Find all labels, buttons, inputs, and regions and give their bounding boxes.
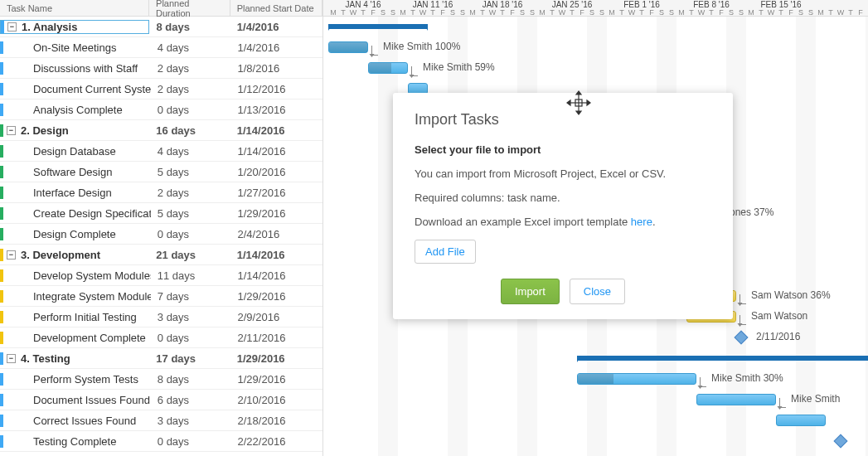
collapse-icon[interactable]: −	[7, 22, 17, 32]
start-date-cell[interactable]: 2/22/2016	[231, 435, 322, 448]
gantt-bar[interactable]	[368, 62, 408, 74]
duration-cell[interactable]: 0 days	[151, 104, 231, 116]
task-row[interactable]: Correct Issues Found3 days2/18/2016	[0, 410, 322, 431]
import-button[interactable]: Import	[501, 279, 560, 304]
start-date-cell[interactable]: 1/14/2016	[230, 249, 322, 261]
task-name-cell[interactable]: Development Complete	[0, 332, 151, 344]
column-header-start[interactable]: Planned Start Date	[230, 0, 322, 16]
milestone-diamond[interactable]	[834, 434, 848, 449]
column-header-duration[interactable]: Planned Duration	[149, 0, 230, 16]
task-row[interactable]: Develop System Modules11 days1/14/2016	[0, 265, 322, 286]
start-date-cell[interactable]: 2/10/2016	[231, 394, 322, 406]
task-name-cell[interactable]: Discussions with Staff	[0, 62, 151, 75]
duration-cell[interactable]: 5 days	[151, 166, 231, 178]
close-button[interactable]: Close	[570, 279, 625, 304]
task-name-cell[interactable]: Analysis Complete	[0, 104, 151, 116]
duration-cell[interactable]: 0 days	[151, 435, 231, 448]
start-date-cell[interactable]: 1/14/2016	[231, 269, 322, 282]
task-row[interactable]: Development Complete0 days2/11/2016	[0, 327, 322, 348]
task-name-cell[interactable]: Interface Design	[0, 187, 151, 199]
task-row[interactable]: Perform System Tests8 days1/29/2016	[0, 369, 322, 390]
gantt-bar[interactable]	[776, 415, 826, 426]
task-row[interactable]: Analysis Complete0 days1/13/2016	[0, 99, 322, 120]
start-date-cell[interactable]: 2/4/2016	[231, 228, 322, 240]
duration-cell[interactable]: 0 days	[151, 228, 231, 240]
task-name-cell[interactable]: −4. Testing	[0, 352, 149, 365]
start-date-cell[interactable]: 1/29/2016	[230, 352, 322, 365]
task-row[interactable]: Perform Initial Testing3 days2/9/2016	[0, 307, 322, 327]
task-row[interactable]: −1. Analysis8 days1/4/2016	[0, 17, 322, 37]
task-row[interactable]: Document Issues Found6 days2/10/2016	[0, 390, 322, 410]
duration-cell[interactable]: 21 days	[149, 249, 230, 261]
task-name-cell[interactable]: Software Design	[0, 166, 151, 178]
task-name-cell[interactable]: −3. Development	[0, 249, 149, 261]
add-file-button[interactable]: Add File	[415, 240, 476, 264]
summary-bar[interactable]	[328, 24, 428, 29]
task-row[interactable]: −2. Design16 days1/14/2016	[0, 120, 322, 141]
task-name-cell[interactable]: Testing Complete	[0, 435, 151, 448]
start-date-cell[interactable]: 2/11/2016	[231, 332, 322, 344]
start-date-cell[interactable]: 1/14/2016	[231, 145, 322, 158]
task-name-cell[interactable]: Create Design Specification	[0, 207, 151, 220]
summary-bar[interactable]	[577, 356, 868, 361]
collapse-icon[interactable]: −	[7, 126, 16, 135]
collapse-icon[interactable]: −	[7, 250, 16, 260]
duration-cell[interactable]: 16 days	[149, 124, 230, 137]
start-date-cell[interactable]: 1/27/2016	[231, 187, 322, 199]
duration-cell[interactable]: 6 days	[151, 394, 231, 406]
start-date-cell[interactable]: 1/4/2016	[231, 41, 322, 54]
start-date-cell[interactable]: 1/13/2016	[231, 104, 322, 116]
duration-cell[interactable]: 4 days	[151, 41, 231, 54]
start-date-cell[interactable]: 1/12/2016	[231, 83, 322, 95]
column-header-name[interactable]: Task Name	[0, 0, 149, 16]
task-name-cell[interactable]: Develop System Modules	[0, 269, 151, 282]
start-date-cell[interactable]: 2/18/2016	[231, 415, 322, 427]
task-name-cell[interactable]: Correct Issues Found	[0, 415, 151, 427]
task-name-cell[interactable]: Integrate System Modules	[0, 290, 151, 303]
task-row[interactable]: Testing Complete0 days2/22/2016	[0, 431, 322, 452]
duration-cell[interactable]: 3 days	[151, 415, 231, 427]
duration-cell[interactable]: 7 days	[151, 290, 231, 303]
task-row[interactable]: Discussions with Staff2 days1/8/2016	[0, 58, 322, 79]
task-row[interactable]: Interface Design2 days1/27/2016	[0, 182, 322, 203]
start-date-cell[interactable]: 1/29/2016	[231, 373, 322, 386]
task-row[interactable]: Software Design5 days1/20/2016	[0, 162, 322, 182]
task-row[interactable]: On-Site Meetings4 days1/4/2016	[0, 37, 322, 58]
duration-cell[interactable]: 4 days	[151, 145, 231, 158]
task-row[interactable]: Document Current Systems2 days1/12/2016	[0, 79, 322, 99]
duration-cell[interactable]: 2 days	[151, 187, 231, 199]
task-name-cell[interactable]: −1. Analysis	[0, 20, 149, 34]
task-name-cell[interactable]: Design Complete	[0, 228, 151, 240]
task-row[interactable]: −3. Development21 days1/14/2016	[0, 245, 322, 265]
start-date-cell[interactable]: 1/8/2016	[231, 62, 322, 75]
task-row[interactable]: −4. Testing17 days1/29/2016	[0, 348, 322, 369]
duration-cell[interactable]: 0 days	[151, 332, 231, 344]
task-name-cell[interactable]: Perform System Tests	[0, 373, 151, 386]
task-row[interactable]: Design Database4 days1/14/2016	[0, 141, 322, 162]
duration-cell[interactable]: 8 days	[151, 373, 231, 386]
task-row[interactable]: Integrate System Modules7 days1/29/2016	[0, 286, 322, 307]
duration-cell[interactable]: 5 days	[151, 207, 231, 220]
task-row[interactable]: Create Design Specification5 days1/29/20…	[0, 203, 322, 224]
duration-cell[interactable]: 8 days	[149, 21, 230, 33]
duration-cell[interactable]: 2 days	[151, 62, 231, 75]
collapse-icon[interactable]: −	[7, 354, 16, 363]
start-date-cell[interactable]: 2/9/2016	[231, 311, 322, 323]
task-name-cell[interactable]: Document Current Systems	[0, 83, 151, 95]
gantt-bar[interactable]	[577, 373, 696, 385]
task-name-cell[interactable]: −2. Design	[0, 124, 149, 137]
start-date-cell[interactable]: 1/29/2016	[231, 207, 322, 220]
duration-cell[interactable]: 3 days	[151, 311, 231, 323]
duration-cell[interactable]: 11 days	[151, 269, 231, 282]
start-date-cell[interactable]: 1/20/2016	[231, 166, 322, 178]
duration-cell[interactable]: 2 days	[151, 83, 231, 95]
template-link[interactable]: here	[631, 216, 652, 228]
task-name-cell[interactable]: Design Database	[0, 145, 151, 158]
task-row[interactable]: Design Complete0 days2/4/2016	[0, 224, 322, 245]
start-date-cell[interactable]: 1/4/2016	[230, 21, 322, 33]
duration-cell[interactable]: 17 days	[149, 352, 230, 365]
start-date-cell[interactable]: 1/29/2016	[231, 290, 322, 303]
task-name-cell[interactable]: On-Site Meetings	[0, 41, 151, 54]
task-name-cell[interactable]: Document Issues Found	[0, 394, 151, 406]
gantt-bar[interactable]	[328, 41, 368, 53]
